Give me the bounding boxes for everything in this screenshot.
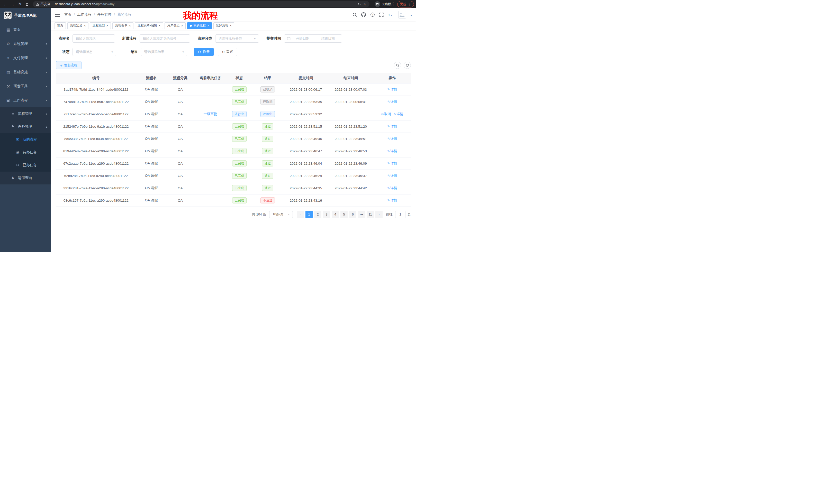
detail-link[interactable]: ✎详情	[387, 186, 397, 190]
user-avatar[interactable]	[398, 11, 406, 19]
page-size-select[interactable]: 10条/页 ▾	[269, 211, 293, 218]
next-page-button[interactable]: ›	[375, 211, 383, 218]
cell-current-task	[193, 194, 227, 206]
close-icon[interactable]: ×	[207, 24, 209, 27]
sidebar-item-workflow[interactable]: ▣工作流程▴	[0, 93, 51, 107]
total-count: 共 104 条	[252, 212, 266, 217]
create-process-button[interactable]: + 发起流程	[56, 61, 81, 69]
breadcrumb-item[interactable]: 工作流程	[77, 12, 92, 17]
key-icon[interactable]	[357, 2, 361, 6]
chevron-down-icon: ▾	[182, 50, 184, 54]
sidebar-item-system[interactable]: ⚙系统管理▾	[0, 37, 51, 51]
update-button[interactable]: 更新 ⋮	[397, 1, 414, 7]
sidebar-item-task-manage[interactable]: ⚑任务管理▴	[0, 120, 51, 133]
detail-link[interactable]: ✎详情	[387, 87, 397, 91]
sidebar-item-payment[interactable]: ¥支付管理▾	[0, 51, 51, 65]
sidebar-item-process-manage[interactable]: ≡流程管理▾	[0, 107, 51, 120]
detail-link[interactable]: ✎详情	[387, 198, 397, 202]
infrastructure-icon: ▤	[5, 70, 11, 75]
detail-link[interactable]: ✎详情	[387, 149, 397, 153]
sidebar-item-done-tasks[interactable]: ✂已办任务	[0, 159, 51, 172]
fullscreen-icon[interactable]	[379, 12, 384, 17]
font-size-icon[interactable]: TT	[388, 13, 393, 17]
tab-2[interactable]: 流程模型×	[90, 22, 111, 29]
menu-dots-icon[interactable]: ⋮	[408, 2, 411, 6]
status-select[interactable]: 请选择状态 ▾	[73, 48, 116, 56]
close-icon[interactable]: ×	[84, 24, 86, 27]
reload-button[interactable]: ↻	[17, 1, 23, 7]
refresh-icon: ↻	[222, 50, 225, 54]
show-search-toggle-button[interactable]	[394, 62, 401, 69]
status-badge: 已完成	[232, 185, 246, 191]
sidebar-item-todo-tasks[interactable]: ◉待办任务	[0, 146, 51, 159]
cell-name: OA 请假	[136, 157, 167, 170]
cell-end-time: 2022-01-22 23:44:42	[328, 182, 373, 194]
chevron-down-icon[interactable]: ▾	[410, 13, 412, 17]
detail-link[interactable]: ✎详情	[387, 161, 397, 165]
category-select[interactable]: 请选择流程分类 ▾	[215, 34, 259, 43]
sidebar-item-devtools[interactable]: ⚒研发工具▾	[0, 79, 51, 93]
search-icon[interactable]	[353, 12, 357, 17]
page-more-button[interactable]: •••	[358, 211, 365, 218]
tab-5[interactable]: 用户分组×	[164, 22, 186, 29]
tab-4[interactable]: 流程表单-编辑×	[135, 22, 163, 29]
detail-link[interactable]: ✎详情	[394, 112, 404, 116]
forward-button[interactable]: →	[9, 1, 16, 7]
detail-link[interactable]: ✎详情	[387, 124, 397, 128]
security-chip[interactable]: 不安全	[36, 2, 53, 6]
close-icon[interactable]: ×	[181, 24, 183, 27]
page-button-6[interactable]: 6	[349, 211, 356, 218]
cancel-link[interactable]: ⊘取消	[381, 112, 391, 116]
page-button-5[interactable]: 5	[340, 211, 347, 218]
process-name-input[interactable]	[73, 34, 115, 43]
tab-7[interactable]: 发起流程×	[213, 22, 234, 29]
address-bar[interactable]: 不安全 dashboard.yudao.iocoder.cn/bpm/task/…	[33, 1, 369, 7]
process-id-input[interactable]	[139, 34, 190, 43]
detail-link[interactable]: ✎详情	[387, 174, 397, 177]
tab-1[interactable]: 流程定义×	[67, 22, 88, 29]
sidebar-item-my-process[interactable]: ✉我的流程	[0, 133, 51, 146]
hamburger-icon[interactable]	[55, 13, 60, 17]
end-date[interactable]: 结束日期	[317, 36, 339, 41]
start-date[interactable]: 开始日期	[291, 36, 314, 41]
page-button-4[interactable]: 4	[332, 211, 339, 218]
current-task-link[interactable]: 一级审批	[203, 112, 217, 116]
refresh-table-button[interactable]	[404, 62, 411, 69]
sidebar-item-home[interactable]: ▦首页	[0, 23, 51, 37]
page-button-2[interactable]: 2	[314, 211, 321, 218]
breadcrumb-item[interactable]: 首页	[64, 12, 72, 17]
sidebar-item-label: 请假查询	[18, 176, 32, 180]
search-button[interactable]: 搜索	[194, 48, 214, 56]
app-logo[interactable]: 芋道管理系统	[0, 8, 51, 23]
back-button[interactable]: ←	[2, 1, 9, 7]
prev-page-button[interactable]: ‹	[297, 211, 304, 218]
close-icon[interactable]: ×	[230, 24, 232, 27]
result-badge: 通过	[262, 173, 273, 179]
detail-link[interactable]: ✎详情	[387, 100, 397, 104]
tab-3[interactable]: 流程表单×	[112, 22, 133, 29]
result-select[interactable]: 请选择流结果 ▾	[141, 48, 187, 56]
home-button[interactable]	[24, 1, 30, 7]
detail-link[interactable]: ✎详情	[387, 137, 397, 141]
page-button-3[interactable]: 3	[323, 211, 330, 218]
github-icon[interactable]	[361, 12, 366, 17]
status-badge: 已完成	[232, 136, 246, 142]
page-button-1[interactable]: 1	[306, 211, 313, 218]
svg-text:T: T	[391, 14, 392, 17]
sidebar-item-infrastructure[interactable]: ▤基础设施▾	[0, 65, 51, 79]
question-icon[interactable]: ?	[370, 12, 375, 17]
tab-6[interactable]: 我的流程×	[187, 22, 212, 29]
reset-button[interactable]: ↻ 重置	[218, 48, 237, 56]
close-icon[interactable]: ×	[159, 24, 161, 27]
result-badge: 处理中	[260, 111, 275, 117]
close-icon[interactable]: ×	[129, 24, 131, 27]
close-icon[interactable]: ×	[106, 24, 108, 27]
sidebar-item-leave-query[interactable]: ♟请假查询	[0, 172, 51, 185]
page-button-11[interactable]: 11	[367, 211, 374, 218]
breadcrumb-item[interactable]: 任务管理	[97, 12, 111, 17]
tab-0[interactable]: 首页	[54, 22, 66, 29]
date-range-picker[interactable]: 开始日期 - 结束日期	[284, 34, 342, 43]
cell-end-time: 2022-01-22 23:45:37	[328, 170, 373, 182]
goto-page-input[interactable]	[395, 211, 406, 218]
bookmark-star-icon[interactable]: ☆	[363, 2, 366, 6]
